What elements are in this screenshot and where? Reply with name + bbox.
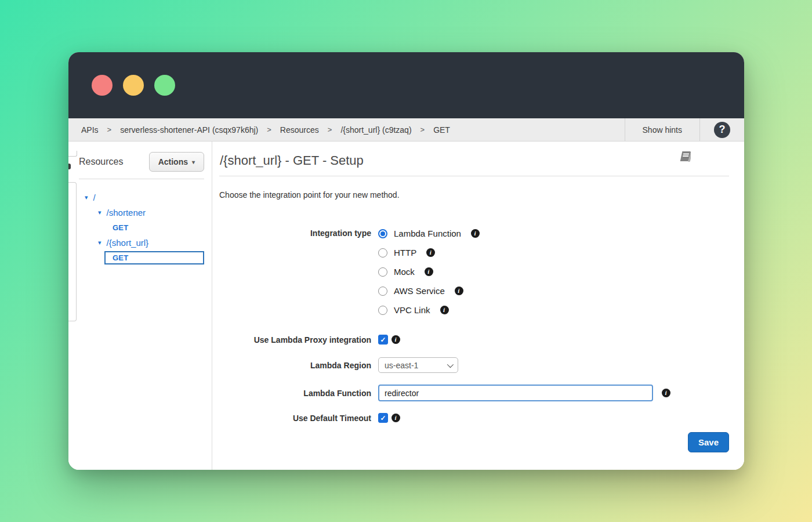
proxy-checkbox[interactable]: ✓ — [378, 335, 388, 345]
tree-item-short-url-get[interactable]: GET — [77, 251, 212, 265]
integration-option-lambda[interactable]: Lambda Function i — [378, 224, 480, 243]
method-box: GET — [104, 221, 204, 234]
integration-type-row: Integration type Lambda Function i HTTP … — [219, 224, 729, 320]
tree-item-short-url[interactable]: ▾ /{short_url} — [77, 235, 212, 250]
caret-down-icon[interactable]: ▾ — [85, 194, 88, 201]
lambda-region-value: us-east-1 — [385, 361, 418, 370]
integration-option-label: AWS Service — [394, 286, 445, 296]
radio-icon[interactable] — [378, 267, 387, 277]
breadcrumb-api-name[interactable]: serverless-shortener-API (csqx97k6hj) — [120, 125, 258, 135]
integration-option-vpc-link[interactable]: VPC Link i — [378, 300, 449, 320]
breadcrumb-separator: > — [267, 125, 271, 134]
help-icon[interactable]: ? — [714, 122, 730, 138]
breadcrumb-separator: > — [107, 125, 112, 134]
integration-option-mock[interactable]: Mock i — [378, 262, 433, 281]
clipped-left-panel — [68, 142, 77, 470]
setup-panel: /{short_url} - GET - Setup Choose the in… — [212, 142, 744, 470]
check-icon: ✓ — [380, 336, 386, 343]
breadcrumb-method[interactable]: GET — [433, 125, 450, 135]
radio-dot — [380, 289, 385, 293]
info-icon[interactable]: i — [455, 287, 463, 295]
radio-dot — [380, 308, 385, 313]
check-icon: ✓ — [380, 415, 386, 422]
breadcrumb-resources[interactable]: Resources — [280, 125, 319, 135]
breadcrumb-bar: APIs > serverless-shortener-API (csqx97k… — [68, 118, 744, 142]
resource-tree: ▾ / ▾ /shortener GET ▾ /{short_url} — [77, 179, 212, 265]
info-icon[interactable]: i — [392, 335, 400, 344]
radio-icon[interactable] — [378, 229, 387, 238]
title-divider — [219, 176, 729, 176]
tree-item-shortener[interactable]: ▾ /shortener — [77, 205, 212, 220]
info-icon[interactable]: i — [392, 414, 400, 422]
tree-item-label: /shortener — [107, 208, 146, 217]
timeout-label: Use Default Timeout — [219, 414, 371, 423]
caret-down-icon[interactable]: ▾ — [98, 239, 102, 246]
timeout-checkbox[interactable]: ✓ — [378, 413, 388, 423]
radio-icon[interactable] — [378, 248, 387, 258]
actions-button-label: Actions — [158, 157, 188, 166]
tree-item-root[interactable]: ▾ / — [77, 190, 212, 205]
integration-option-label: Mock — [394, 267, 415, 277]
integration-type-options: Lambda Function i HTTP i Mock i — [378, 224, 480, 320]
info-icon[interactable]: i — [440, 306, 449, 314]
radio-dot — [380, 270, 385, 274]
chevron-down-icon — [447, 361, 454, 367]
integration-option-label: HTTP — [394, 248, 416, 258]
breadcrumb-separator: > — [420, 125, 425, 134]
integration-option-aws-service[interactable]: AWS Service i — [378, 281, 463, 300]
timeout-row: Use Default Timeout ✓ i — [219, 413, 729, 423]
breadcrumb: APIs > serverless-shortener-API (csqx97k… — [81, 125, 450, 135]
proxy-label: Use Lambda Proxy integration — [219, 335, 371, 345]
integration-option-label: Lambda Function — [394, 229, 461, 238]
show-hints-button[interactable]: Show hints — [625, 118, 700, 141]
integration-option-label: VPC Link — [394, 305, 430, 315]
minimize-window-icon[interactable] — [123, 75, 144, 96]
region-label: Lambda Region — [219, 361, 371, 370]
browser-window: APIs > serverless-shortener-API (csqx97k… — [68, 52, 744, 470]
radio-icon[interactable] — [378, 287, 387, 296]
info-icon[interactable]: i — [425, 267, 433, 276]
content-area: Resources Actions ▾ ▾ / ▾ /shortener — [68, 142, 744, 470]
region-row: Lambda Region us-east-1 — [219, 357, 729, 373]
caret-down-icon: ▾ — [192, 159, 195, 165]
radio-dot — [380, 231, 385, 236]
book-icon[interactable] — [676, 150, 691, 166]
tree-item-label: /{short_url} — [107, 238, 149, 248]
save-row: Save — [219, 432, 729, 452]
sidebar-title: Resources — [79, 157, 123, 167]
info-icon[interactable]: i — [471, 229, 480, 238]
close-window-icon[interactable] — [92, 75, 113, 96]
function-label: Lambda Function — [219, 389, 371, 398]
breadcrumb-separator: > — [328, 125, 332, 134]
sidebar-header: Resources Actions ▾ — [77, 150, 212, 179]
window-titlebar — [68, 52, 744, 118]
clipped-panel-icon — [68, 164, 71, 169]
info-icon[interactable]: i — [662, 389, 670, 397]
integration-type-label: Integration type — [219, 224, 371, 238]
actions-button[interactable]: Actions ▾ — [149, 152, 204, 172]
clipped-panel-edge — [68, 151, 77, 157]
info-icon[interactable]: i — [426, 248, 435, 257]
clipped-panel-edge — [68, 182, 77, 321]
radio-dot — [380, 251, 385, 255]
resources-sidebar: Resources Actions ▾ ▾ / ▾ /shortener — [77, 142, 212, 470]
setup-form: Integration type Lambda Function i HTTP … — [219, 224, 729, 452]
caret-down-icon[interactable]: ▾ — [98, 209, 102, 216]
proxy-row: Use Lambda Proxy integration ✓ i — [219, 335, 729, 345]
integration-option-http[interactable]: HTTP i — [378, 243, 435, 262]
tree-item-label: GET — [113, 253, 128, 262]
lambda-region-select[interactable]: us-east-1 — [378, 357, 458, 373]
tree-item-shortener-get[interactable]: GET — [77, 220, 212, 235]
help-button-wrap: ? — [700, 118, 744, 141]
setup-description: Choose the integration point for your ne… — [219, 190, 729, 200]
breadcrumb-resource-id[interactable]: /{short_url} (c9tzaq) — [340, 125, 411, 135]
radio-icon[interactable] — [378, 306, 387, 315]
tree-item-label: GET — [113, 223, 128, 232]
function-row: Lambda Function i — [219, 385, 729, 401]
maximize-window-icon[interactable] — [154, 75, 175, 96]
method-box: GET — [104, 251, 204, 264]
lambda-function-input[interactable] — [378, 385, 653, 401]
save-button[interactable]: Save — [688, 432, 729, 452]
breadcrumb-apis[interactable]: APIs — [81, 125, 99, 135]
page-title: /{short_url} - GET - Setup — [219, 153, 729, 168]
